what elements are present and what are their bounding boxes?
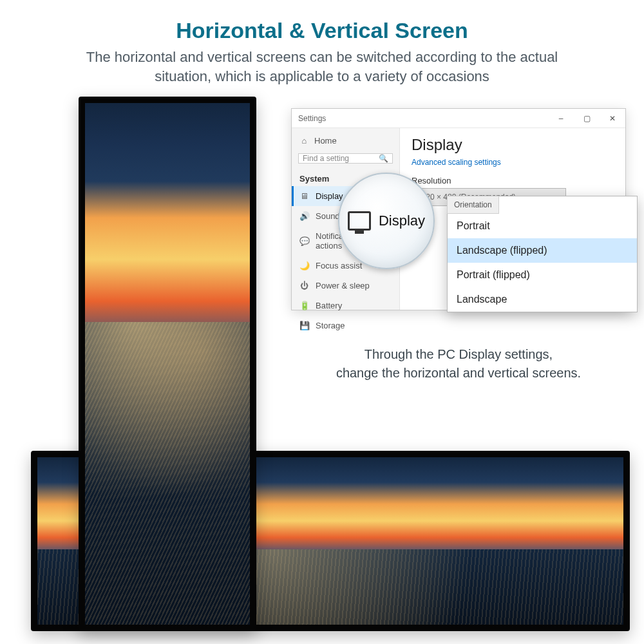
content-heading: Display [412, 136, 614, 154]
caption: Through the PC Display settings, change … [291, 345, 626, 383]
orientation-option-portrait-flipped[interactable]: Portrait (flipped) [448, 263, 637, 287]
orientation-label: Orientation [447, 196, 499, 214]
magnifier-label: Display [379, 213, 425, 229]
monitor-icon [348, 211, 371, 231]
caption-line1: Through the PC Display settings, [291, 345, 626, 364]
hero-subtitle: The horizontal and vertical screens can … [71, 48, 573, 86]
window-maximize-button[interactable]: ▢ [574, 109, 600, 128]
window-close-button[interactable]: ✕ [600, 109, 625, 128]
sidebar-item-storage[interactable]: 💾 Storage [292, 316, 399, 336]
sidebar-item-label: Focus assist [316, 261, 362, 270]
advanced-scaling-link[interactable]: Advanced scaling settings [412, 158, 614, 167]
settings-titlebar: Settings – ▢ ✕ [292, 109, 625, 128]
resolution-label: Resolution [412, 176, 614, 185]
focus-assist-icon: 🌙 [299, 261, 309, 270]
orientation-option-landscape[interactable]: Landscape [448, 287, 637, 312]
city-lights [85, 322, 250, 625]
storage-icon: 💾 [299, 321, 309, 330]
search-icon: 🔍 [379, 154, 388, 163]
sidebar-home-label: Home [314, 136, 337, 146]
sound-icon: 🔊 [299, 211, 309, 221]
device-vertical-screen [85, 103, 250, 625]
notifications-icon: 💬 [299, 236, 309, 246]
sidebar-item-label: Display [316, 191, 343, 201]
magnifier-bubble: Display [338, 173, 435, 269]
sidebar-item-label: Battery [316, 301, 342, 310]
device-vertical [79, 97, 256, 631]
display-icon: 🖥 [299, 191, 309, 201]
caption-line2: change the horizontal and vertical scree… [291, 364, 626, 383]
settings-search-placeholder: Find a setting [303, 154, 349, 163]
settings-window-title: Settings [298, 114, 326, 123]
sidebar-item-label: Sound [316, 211, 340, 221]
orientation-option-landscape-flipped[interactable]: Landscape (flipped) [448, 238, 637, 263]
power-icon: ⏻ [299, 281, 309, 290]
sidebar-item-power-sleep[interactable]: ⏻ Power & sleep [292, 276, 399, 296]
sidebar-home[interactable]: ⌂ Home [292, 132, 399, 149]
settings-search-input[interactable]: Find a setting 🔍 [298, 153, 393, 164]
sidebar-item-battery[interactable]: 🔋 Battery [292, 296, 399, 316]
window-minimize-button[interactable]: – [548, 109, 574, 128]
hero-title: Horizontal & Vertical Screen [0, 18, 644, 43]
orientation-dropdown: Orientation Portrait Landscape (flipped)… [447, 196, 638, 312]
sidebar-item-label: Storage [316, 321, 345, 330]
home-icon: ⌂ [299, 136, 309, 146]
sidebar-item-label: Power & sleep [316, 281, 370, 290]
orientation-option-portrait[interactable]: Portrait [448, 214, 637, 238]
battery-icon: 🔋 [299, 301, 309, 310]
